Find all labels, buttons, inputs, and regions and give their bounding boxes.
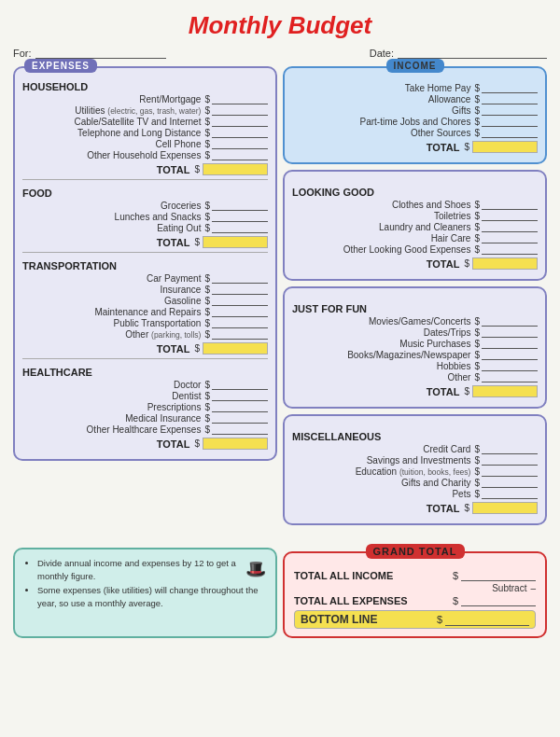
gifts-charity-label: Gifts and Charity	[292, 478, 470, 488]
dates-input[interactable]	[482, 327, 538, 338]
other-healthcare-label: Other Healthcare Expenses	[22, 424, 201, 435]
date-label: Date:	[370, 48, 394, 59]
grand-total-section: GRAND TOTAL TOTAL ALL INCOME $ Subtract …	[283, 551, 547, 638]
car-payment-input[interactable]	[212, 273, 268, 284]
prescriptions-input[interactable]	[212, 402, 268, 412]
credit-card-label: Credit Card	[292, 444, 470, 454]
laundry-input[interactable]	[482, 222, 538, 232]
insurance-input[interactable]	[212, 285, 268, 295]
doctor-input[interactable]	[212, 380, 268, 390]
lunches-input[interactable]	[212, 212, 268, 222]
medical-insurance-input[interactable]	[212, 413, 268, 424]
gifts-charity-input[interactable]	[482, 478, 538, 488]
movies-input[interactable]	[482, 316, 538, 327]
hobbies-label: Hobbies	[292, 361, 470, 371]
utilities-input[interactable]	[212, 105, 268, 116]
take-home-label: Take Home Pay	[292, 83, 470, 93]
household-total-label: TOTAL	[157, 164, 190, 175]
hair-care-input[interactable]	[482, 233, 538, 243]
total-expenses-input[interactable]	[461, 596, 536, 606]
groceries-label: Groceries	[22, 201, 201, 211]
maintenance-label: Maintenance and Repairs	[22, 307, 201, 317]
trans-total-input[interactable]	[203, 342, 268, 355]
clothes-label: Clothes and Shoes	[292, 200, 470, 210]
cellphone-input[interactable]	[212, 139, 268, 149]
dentist-input[interactable]	[212, 391, 268, 401]
looking-good-section: LOOKING GOOD Clothes and Shoes$ Toiletri…	[283, 170, 547, 281]
bottom-line-input[interactable]	[445, 614, 529, 626]
just-for-fun-section: JUST FOR FUN Movies/Games/Concerts$ Date…	[283, 286, 547, 409]
clothes-input[interactable]	[482, 200, 538, 210]
education-label: Education (tuition, books, fees)	[292, 466, 470, 477]
gasoline-input[interactable]	[212, 296, 268, 306]
medical-insurance-label: Medical Insurance	[22, 413, 201, 424]
cable-input[interactable]	[212, 117, 268, 127]
eating-out-label: Eating Out	[22, 223, 201, 233]
toiletries-label: Toiletries	[292, 211, 470, 221]
take-home-input[interactable]	[482, 83, 538, 93]
credit-card-input[interactable]	[482, 444, 538, 454]
expenses-section: EXPENSES HOUSEHOLD Rent/Mortgage$ Utilit…	[13, 66, 277, 461]
income-label: INCOME	[386, 59, 444, 73]
pets-input[interactable]	[482, 489, 538, 499]
total-all-income-label: TOTAL ALL INCOME	[294, 570, 393, 581]
music-input[interactable]	[482, 339, 538, 349]
hobbies-input[interactable]	[482, 361, 538, 371]
expenses-label: EXPENSES	[24, 59, 97, 73]
miscellaneous-section: MISCELLANEOUS Credit Card$ Savings and I…	[283, 414, 547, 525]
pets-label: Pets	[292, 489, 470, 499]
other-looking-input[interactable]	[482, 244, 538, 255]
other-healthcare-input[interactable]	[212, 424, 268, 435]
healthcare-title: HEALTHCARE	[22, 367, 268, 378]
healthcare-total-label: TOTAL	[157, 438, 190, 450]
gasoline-label: Gasoline	[22, 296, 201, 306]
tips-list: Divide annual income and expenses by 12 …	[24, 557, 266, 610]
toiletries-input[interactable]	[482, 211, 538, 221]
maintenance-input[interactable]	[212, 307, 268, 317]
gifts-input[interactable]	[482, 105, 538, 116]
other-fun-input[interactable]	[482, 372, 538, 382]
dentist-label: Dentist	[22, 391, 201, 401]
education-input[interactable]	[482, 466, 538, 477]
parttime-input[interactable]	[482, 117, 538, 127]
doctor-label: Doctor	[22, 380, 201, 390]
food-title: FOOD	[22, 188, 268, 199]
books-input[interactable]	[482, 350, 538, 360]
rent-input[interactable]	[212, 94, 268, 104]
household-title: HOUSEHOLD	[22, 81, 268, 92]
misc-total-input[interactable]	[472, 502, 538, 514]
grand-total-label: GRAND TOTAL	[365, 544, 464, 559]
fun-total-input[interactable]	[472, 385, 538, 397]
right-column: INCOME Take Home Pay$ Allowance$ Gifts$ …	[283, 66, 547, 525]
income-total-input[interactable]	[472, 141, 538, 153]
tip-2: Some expenses (like utilities) will chan…	[37, 584, 266, 611]
income-total-label: TOTAL	[427, 142, 460, 153]
telephone-label: Telephone and Long Distance	[22, 128, 201, 138]
movies-label: Movies/Games/Concerts	[292, 316, 470, 327]
laundry-label: Laundry and Cleaners	[292, 222, 470, 232]
other-sources-input[interactable]	[482, 128, 538, 138]
telephone-input[interactable]	[212, 128, 268, 138]
other-sources-label: Other Sources	[292, 128, 470, 138]
groceries-input[interactable]	[212, 201, 268, 211]
other-trans-label: Other (parking, tolls)	[22, 329, 201, 340]
eating-out-input[interactable]	[212, 223, 268, 233]
music-label: Music Purchases	[292, 339, 470, 349]
looking-good-total-input[interactable]	[472, 257, 538, 270]
other-household-input[interactable]	[212, 150, 268, 160]
total-income-input[interactable]	[461, 571, 536, 581]
food-total-input[interactable]	[203, 236, 268, 248]
public-trans-input[interactable]	[212, 318, 268, 328]
savings-label: Savings and Investments	[292, 455, 470, 466]
fun-total-label: TOTAL	[427, 386, 460, 397]
parttime-label: Part-time Jobs and Chores	[292, 117, 470, 127]
just-for-fun-title: JUST FOR FUN	[292, 303, 538, 314]
misc-title: MISCELLANEOUS	[292, 431, 538, 442]
page-title: Monthly Budget	[13, 11, 547, 40]
allowance-input[interactable]	[482, 94, 538, 104]
household-total-input[interactable]	[203, 163, 268, 175]
looking-good-total-label: TOTAL	[427, 258, 460, 270]
savings-input[interactable]	[482, 455, 538, 466]
other-trans-input[interactable]	[212, 329, 268, 340]
healthcare-total-input[interactable]	[203, 438, 268, 450]
